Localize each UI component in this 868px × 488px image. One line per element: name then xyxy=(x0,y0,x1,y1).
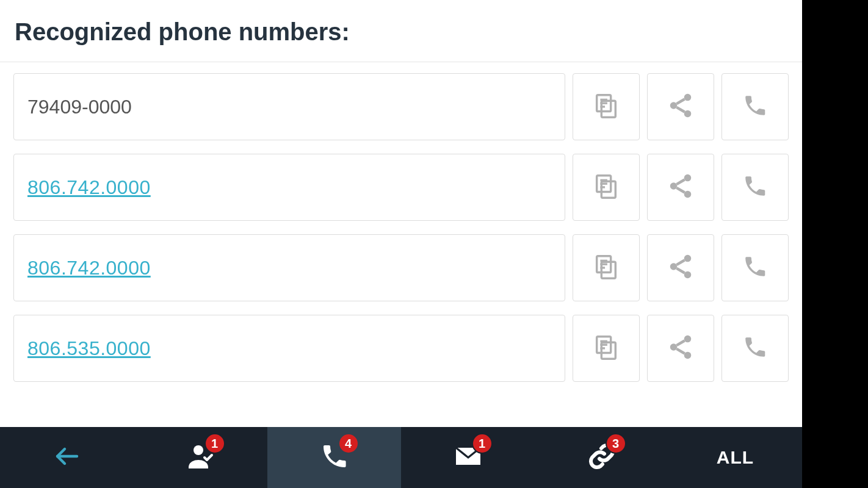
mail-badge: 1 xyxy=(472,433,493,454)
svg-point-13 xyxy=(684,174,692,182)
copy-button[interactable] xyxy=(573,154,640,221)
svg-point-22 xyxy=(670,263,678,270)
arrow-left-icon xyxy=(52,442,82,473)
nav-contacts-button[interactable]: 1 xyxy=(134,427,267,488)
copy-button[interactable] xyxy=(573,315,640,382)
share-button[interactable] xyxy=(647,234,714,301)
android-back-button[interactable] xyxy=(819,351,851,383)
phone-number-row: 806.742.0000 xyxy=(13,234,789,301)
phone-number-row: 806.742.0000 xyxy=(13,154,789,221)
share-icon xyxy=(667,92,695,122)
phone-number-box[interactable]: 806.742.0000 xyxy=(13,154,565,221)
share-icon xyxy=(667,333,695,364)
nav-back-button[interactable] xyxy=(0,427,134,488)
bottom-nav: 1 4 1 3 ALL xyxy=(0,427,802,488)
contacts-badge: 1 xyxy=(204,433,225,454)
nav-all-button[interactable]: ALL xyxy=(668,427,802,488)
phone-icon xyxy=(742,254,768,282)
page-title: Recognized phone numbers: xyxy=(15,18,787,46)
call-button[interactable] xyxy=(722,154,789,221)
copy-button[interactable] xyxy=(573,73,640,140)
svg-point-14 xyxy=(670,182,678,190)
share-icon xyxy=(667,172,695,203)
svg-point-23 xyxy=(684,271,692,279)
phone-number-box[interactable]: 806.535.0000 xyxy=(13,315,565,382)
phone-number-row: 79409-0000 xyxy=(13,73,789,140)
copy-icon xyxy=(592,333,620,364)
svg-point-30 xyxy=(670,343,678,351)
phone-number-box[interactable]: 806.742.0000 xyxy=(13,234,565,301)
android-system-bar xyxy=(802,0,868,488)
android-recent-button[interactable] xyxy=(819,105,851,137)
svg-point-29 xyxy=(684,336,692,343)
nav-phone-button[interactable]: 4 xyxy=(267,427,401,488)
call-button[interactable] xyxy=(722,234,789,301)
android-home-button[interactable] xyxy=(819,228,851,260)
svg-point-21 xyxy=(684,255,692,262)
phone-number-list: 79409-0000806.742.0000806.742.0000806.53… xyxy=(0,62,802,427)
phone-number-link[interactable]: 806.535.0000 xyxy=(27,337,151,360)
phone-number-text: 79409-0000 xyxy=(27,96,132,118)
call-button[interactable] xyxy=(722,315,789,382)
share-button[interactable] xyxy=(647,154,714,221)
share-button[interactable] xyxy=(647,315,714,382)
svg-point-6 xyxy=(670,102,678,109)
phone-badge: 4 xyxy=(338,433,359,454)
header: Recognized phone numbers: xyxy=(0,0,802,62)
svg-point-7 xyxy=(684,110,692,118)
phone-number-link[interactable]: 806.742.0000 xyxy=(27,257,151,279)
phone-icon xyxy=(742,93,768,121)
phone-icon xyxy=(742,173,768,201)
share-icon xyxy=(667,253,695,283)
all-label: ALL xyxy=(717,447,754,468)
svg-point-15 xyxy=(684,191,692,198)
svg-point-5 xyxy=(684,94,692,101)
phone-number-row: 806.535.0000 xyxy=(13,315,789,382)
nav-mail-button[interactable]: 1 xyxy=(401,427,535,488)
call-button[interactable] xyxy=(722,73,789,140)
copy-icon xyxy=(592,92,620,122)
share-button[interactable] xyxy=(647,73,714,140)
copy-button[interactable] xyxy=(573,234,640,301)
copy-icon xyxy=(592,172,620,203)
copy-icon xyxy=(592,253,620,283)
link-badge: 3 xyxy=(606,433,626,454)
phone-icon xyxy=(742,334,768,362)
svg-point-33 xyxy=(193,445,203,455)
svg-point-31 xyxy=(684,352,692,359)
nav-link-button[interactable]: 3 xyxy=(535,427,668,488)
phone-number-box: 79409-0000 xyxy=(13,73,565,140)
phone-number-link[interactable]: 806.742.0000 xyxy=(27,176,151,199)
